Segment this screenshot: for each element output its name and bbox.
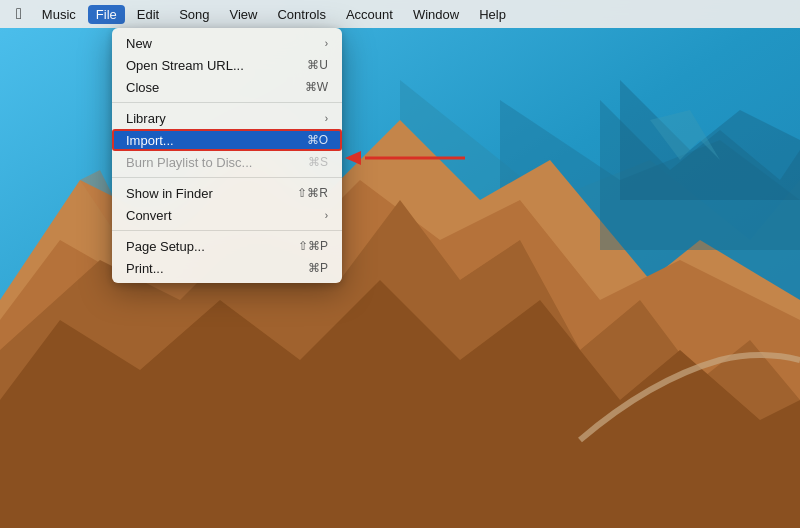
menu-item-import[interactable]: Import... ⌘O <box>112 129 342 151</box>
separator-1 <box>112 102 342 103</box>
menu-item-burn-playlist: Burn Playlist to Disc... ⌘S <box>112 151 342 173</box>
menu-item-open-stream[interactable]: Open Stream URL... ⌘U <box>112 54 342 76</box>
separator-2 <box>112 177 342 178</box>
svg-marker-14 <box>345 151 361 165</box>
menu-section-library[interactable]: Library › <box>112 107 342 129</box>
menu-item-show-in-finder[interactable]: Show in Finder ⇧⌘R <box>112 182 342 204</box>
menubar-view[interactable]: View <box>222 5 266 24</box>
arrow-annotation <box>345 148 465 168</box>
menubar-song[interactable]: Song <box>171 5 217 24</box>
menu-item-close[interactable]: Close ⌘W <box>112 76 342 98</box>
menubar-window[interactable]: Window <box>405 5 467 24</box>
menu-item-new[interactable]: New › <box>112 32 342 54</box>
menubar-music[interactable]: Music <box>34 5 84 24</box>
separator-3 <box>112 230 342 231</box>
menubar:  Music File Edit Song View Controls Acc… <box>0 0 800 28</box>
menubar-edit[interactable]: Edit <box>129 5 167 24</box>
menubar-file[interactable]: File <box>88 5 125 24</box>
menubar-account[interactable]: Account <box>338 5 401 24</box>
menu-item-print[interactable]: Print... ⌘P <box>112 257 342 279</box>
file-menu: New › Open Stream URL... ⌘U Close ⌘W Lib… <box>112 28 342 283</box>
menubar-controls[interactable]: Controls <box>269 5 333 24</box>
menu-item-page-setup[interactable]: Page Setup... ⇧⌘P <box>112 235 342 257</box>
menubar-help[interactable]: Help <box>471 5 514 24</box>
menu-item-convert[interactable]: Convert › <box>112 204 342 226</box>
apple-menu[interactable]:  <box>8 5 30 23</box>
